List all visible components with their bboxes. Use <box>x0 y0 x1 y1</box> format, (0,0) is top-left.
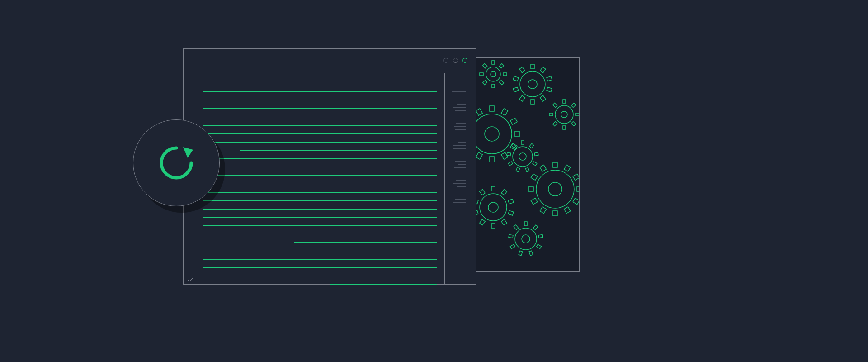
svg-point-3 <box>528 80 537 89</box>
svg-point-9 <box>519 153 526 160</box>
refresh-badge <box>133 119 220 206</box>
window-controls <box>443 58 467 63</box>
svg-point-4 <box>476 114 512 154</box>
window-control-icon <box>443 58 448 63</box>
gears-illustration <box>476 58 580 272</box>
window-control-icon <box>462 58 467 63</box>
svg-point-2 <box>520 71 545 97</box>
svg-point-14 <box>515 228 537 250</box>
code-editor-window <box>183 48 476 285</box>
window-control-icon <box>453 58 458 63</box>
svg-point-1 <box>491 71 496 77</box>
svg-point-6 <box>555 105 573 124</box>
svg-point-11 <box>548 182 562 196</box>
minimap <box>452 91 466 205</box>
refresh-icon <box>156 143 197 183</box>
svg-point-15 <box>522 235 530 243</box>
svg-point-10 <box>536 170 574 208</box>
code-lines <box>203 91 437 292</box>
gear-icon <box>480 61 507 88</box>
gear-icon <box>507 141 538 172</box>
gear-icon <box>509 222 543 256</box>
svg-point-7 <box>561 111 567 118</box>
gear-icon <box>549 100 579 129</box>
gear-icon <box>513 64 552 104</box>
window-titlebar <box>184 49 476 73</box>
gear-icon <box>528 162 580 216</box>
svg-point-8 <box>513 147 533 167</box>
gear-icon <box>476 186 514 228</box>
svg-point-5 <box>485 127 499 141</box>
svg-point-0 <box>486 67 500 81</box>
resize-handle-icon <box>187 275 193 281</box>
svg-point-12 <box>480 194 507 221</box>
editor-divider <box>444 73 445 284</box>
gear-panel <box>476 57 580 272</box>
svg-point-13 <box>488 202 498 212</box>
